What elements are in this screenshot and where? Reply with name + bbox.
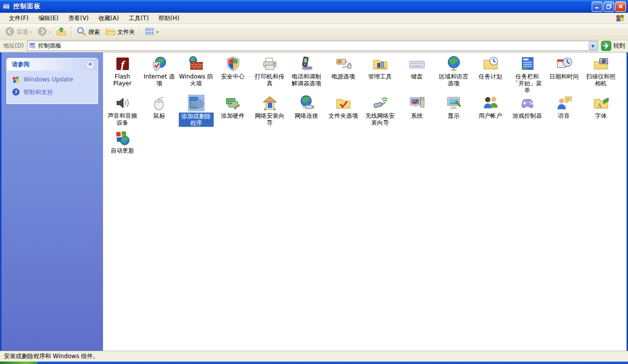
statusbar: 安装或删除程序和 Windows 组件。 xyxy=(0,351,628,362)
back-dropdown-icon: ▾ xyxy=(30,30,32,34)
cpl-item-regional-language[interactable]: 区域和语言选项 xyxy=(435,54,472,94)
control-panel-window: 控制面板 文件(F)编辑(E)查看(V)收藏(A)工具(T)帮助(H) 后退 ▾… xyxy=(0,0,628,364)
cpl-item-label: 键盘 xyxy=(411,73,423,80)
cpl-item-label: 用户帐户 xyxy=(478,112,503,119)
cpl-item-printers-and-faxes[interactable]: 打印机和传真 xyxy=(251,54,288,94)
cpl-item-label: Flash Player xyxy=(105,73,140,87)
cpl-item-user-accounts[interactable]: 用户帐户 xyxy=(472,94,509,129)
cpl-item-scanners-cameras[interactable]: 扫描仪和照相机 xyxy=(582,54,619,94)
flash-player-icon: f xyxy=(114,55,131,72)
scanners-cameras-icon xyxy=(593,55,609,72)
add-hardware-icon xyxy=(225,95,241,111)
security-center-icon xyxy=(225,55,241,72)
go-area: 转到 xyxy=(601,41,625,51)
address-combobox[interactable]: 控制面板 ▼ xyxy=(27,41,598,51)
windows-update-icon xyxy=(12,76,20,84)
toolbar-separator xyxy=(139,26,140,38)
regional-language-icon xyxy=(445,55,462,72)
cpl-item-automatic-updates[interactable]: 自动更新 xyxy=(104,129,141,163)
menu-item[interactable]: 编辑(E) xyxy=(33,13,63,24)
window-title: 控制面板 xyxy=(13,2,591,11)
collapse-chevron-icon[interactable] xyxy=(86,60,95,69)
menu-item[interactable]: 查看(V) xyxy=(63,13,94,24)
forward-icon xyxy=(37,26,48,38)
cpl-item-flash-player[interactable]: fFlash Player xyxy=(104,54,141,94)
menu-item[interactable]: 收藏(A) xyxy=(94,13,124,24)
cpl-item-speech[interactable]: 语音 xyxy=(546,94,582,129)
cpl-item-folder-options[interactable]: 文件夹选项 xyxy=(325,94,362,129)
cpl-item-label: 文件夹选项 xyxy=(328,112,359,119)
cpl-item-power-options[interactable]: 电源选项 xyxy=(325,54,362,94)
cpl-item-phone-and-modem[interactable]: 电话和调制解调器选项 xyxy=(288,54,325,94)
cpl-item-security-center[interactable]: 安全中心 xyxy=(214,54,251,94)
cpl-item-date-and-time[interactable]: 日期和时间 xyxy=(546,54,582,94)
forward-dropdown-icon: ▾ xyxy=(49,30,51,34)
cpl-item-display[interactable]: 显示 xyxy=(435,94,472,129)
start-button-edge[interactable] xyxy=(0,362,37,364)
cpl-item-scheduled-tasks[interactable]: 任务计划 xyxy=(472,54,509,94)
toolbar: 后退 ▾ ▾ 搜索 文件夹 ▾ xyxy=(0,24,628,40)
cpl-item-add-hardware[interactable]: 添加硬件 xyxy=(214,94,251,129)
up-folder-icon xyxy=(56,26,67,38)
cpl-item-label: 电话和调制解调器选项 xyxy=(289,73,324,87)
cpl-item-mouse[interactable]: 鼠标 xyxy=(141,94,178,129)
back-button[interactable]: 后退 ▾ xyxy=(2,25,34,39)
go-button[interactable] xyxy=(601,41,611,51)
menu-item[interactable]: 文件(F) xyxy=(4,13,33,24)
search-button[interactable]: 搜索 xyxy=(74,25,103,39)
cpl-item-label: 任务计划 xyxy=(478,73,503,80)
cpl-item-administrative-tools[interactable]: 管理工具 xyxy=(362,54,398,94)
close-button[interactable] xyxy=(615,1,626,12)
cpl-item-label: 无线网络安装向导 xyxy=(363,112,398,126)
cpl-item-wireless-setup-wizard[interactable]: 无线网络安装向导 xyxy=(362,94,398,129)
see-also-title: 请参阅 xyxy=(12,60,86,69)
windows-firewall-icon xyxy=(188,55,205,72)
date-and-time-icon xyxy=(556,55,573,72)
printers-and-faxes-icon xyxy=(262,55,278,72)
menu-item[interactable]: 工具(T) xyxy=(124,13,154,24)
cpl-item-network-setup-wizard[interactable]: 网络安装向导 xyxy=(251,94,288,129)
cpl-item-label: 区域和语言选项 xyxy=(436,73,471,87)
cpl-item-label: 网络安装向导 xyxy=(252,112,288,126)
cpl-item-game-controllers[interactable]: 游戏控制器 xyxy=(509,94,546,129)
cpl-item-internet-options[interactable]: Internet 选项 xyxy=(141,54,178,94)
address-dropdown-button[interactable]: ▼ xyxy=(589,42,597,50)
add-remove-programs-icon xyxy=(188,95,205,111)
address-label: 地址(D) xyxy=(3,42,24,50)
cpl-item-label: 鼠标 xyxy=(153,112,166,119)
cpl-item-add-remove-programs[interactable]: 添加或删除程序 xyxy=(178,94,214,129)
see-also-header[interactable]: 请参阅 xyxy=(7,58,98,71)
cpl-item-label: 扫描仪和照相机 xyxy=(583,73,619,87)
see-also-link[interactable]: ?帮助和支持 xyxy=(12,88,94,97)
maximize-restore-button[interactable] xyxy=(603,1,614,12)
cpl-item-taskbar-start-menu[interactable]: 任务栏和「开始」菜单 xyxy=(509,54,546,94)
icon-view: fFlash PlayerInternet 选项Windows 防火墙安全中心打… xyxy=(103,52,627,351)
menubar: 文件(F)编辑(E)查看(V)收藏(A)工具(T)帮助(H) xyxy=(0,13,628,24)
display-icon xyxy=(445,95,462,111)
see-also-link[interactable]: Windows Update xyxy=(12,76,94,84)
cpl-item-label: 系统 xyxy=(411,112,423,119)
forward-button[interactable]: ▾ xyxy=(34,25,53,39)
up-button[interactable] xyxy=(53,25,69,39)
speech-icon xyxy=(556,95,573,111)
see-also-link-label: 帮助和支持 xyxy=(24,88,53,97)
cpl-item-fonts[interactable]: A字体 xyxy=(582,94,619,129)
cpl-item-keyboard[interactable]: 键盘 xyxy=(398,54,435,94)
main-area: 请参阅 Windows Update?帮助和支持 fFlash PlayerIn… xyxy=(0,52,628,351)
cpl-item-windows-firewall[interactable]: Windows 防火墙 xyxy=(178,54,214,94)
cpl-item-label: 添加硬件 xyxy=(221,112,245,119)
cpl-item-network-connections[interactable]: 网络连接 xyxy=(288,94,325,129)
folders-button[interactable]: 文件夹 xyxy=(103,25,137,39)
minimize-button[interactable] xyxy=(592,1,602,12)
cpl-item-label: 声音和音频设备 xyxy=(105,112,140,126)
menu-item[interactable]: 帮助(H) xyxy=(154,13,184,24)
folders-label: 文件夹 xyxy=(117,28,135,36)
see-also-panel: 请参阅 Windows Update?帮助和支持 xyxy=(6,58,98,104)
scheduled-tasks-icon xyxy=(482,55,499,72)
address-value: 控制面板 xyxy=(38,42,588,50)
cpl-item-sounds-audio[interactable]: 声音和音频设备 xyxy=(104,94,141,129)
cpl-item-label: 显示 xyxy=(447,112,460,119)
sidebar: 请参阅 Windows Update?帮助和支持 xyxy=(1,52,103,351)
views-button[interactable]: ▾ xyxy=(142,25,161,39)
cpl-item-system[interactable]: 系统 xyxy=(398,94,435,129)
